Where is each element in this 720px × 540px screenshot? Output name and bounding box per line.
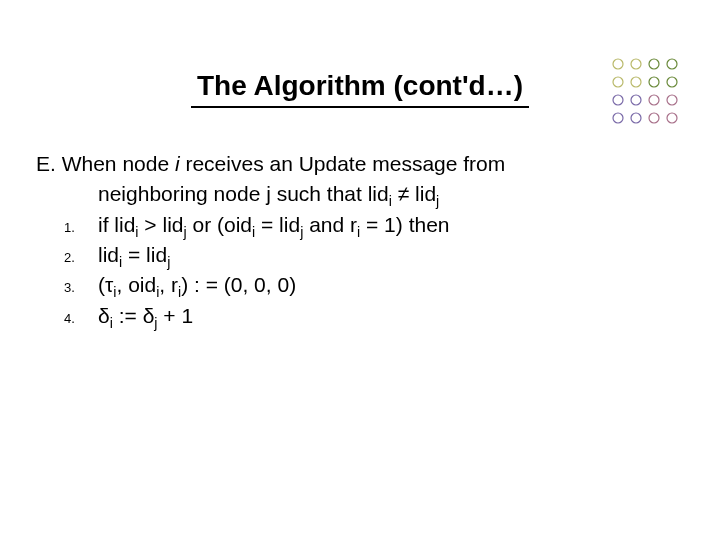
step-body: lidi = lidj xyxy=(98,241,676,269)
sub-j: j xyxy=(436,194,439,210)
svg-point-2 xyxy=(649,59,659,69)
svg-point-12 xyxy=(613,113,623,123)
intro-line-2: neighboring node j such that lidi ≠ lidj xyxy=(36,180,676,208)
intro-text-1a: When node xyxy=(62,152,175,175)
svg-point-1 xyxy=(631,59,641,69)
step-1: 1. if lidi > lidj or (oidi = lidj and ri… xyxy=(36,211,676,239)
step-body: if lidi > lidj or (oidi = lidj and ri = … xyxy=(98,211,676,239)
t: ) : = (0, 0, 0) xyxy=(181,273,296,296)
svg-point-14 xyxy=(649,113,659,123)
title-container: The Algorithm (cont'd…) xyxy=(0,70,720,108)
slide: The Algorithm (cont'd…) E. When node i r… xyxy=(0,0,720,540)
intro-text-1b: receives an Update message from xyxy=(180,152,506,175)
svg-point-0 xyxy=(613,59,623,69)
svg-point-13 xyxy=(631,113,641,123)
step-3: 3. (τi, oidi, ri) : = (0, 0, 0) xyxy=(36,271,676,299)
intro-text-2a: neighboring node j such that lid xyxy=(98,182,389,205)
t: (τ xyxy=(98,273,113,296)
intro-text-2b: ≠ lid xyxy=(392,182,436,205)
t: or (oid xyxy=(187,213,252,236)
t: = lid xyxy=(122,243,167,266)
step-body: (τi, oidi, ri) : = (0, 0, 0) xyxy=(98,271,676,299)
section-label: E. xyxy=(36,152,56,175)
svg-point-3 xyxy=(667,59,677,69)
t: δ xyxy=(98,304,110,327)
t: > lid xyxy=(139,213,184,236)
step-number: 2. xyxy=(64,249,98,267)
intro-line-1: E. When node i receives an Update messag… xyxy=(36,150,676,178)
t: lid xyxy=(98,243,119,266)
t: if lid xyxy=(98,213,135,236)
step-number: 4. xyxy=(64,310,98,328)
content-area: E. When node i receives an Update messag… xyxy=(36,150,676,332)
step-2: 2. lidi = lidj xyxy=(36,241,676,269)
step-number: 3. xyxy=(64,279,98,297)
t: := δ xyxy=(113,304,154,327)
slide-title: The Algorithm (cont'd…) xyxy=(191,70,529,108)
step-number: 1. xyxy=(64,219,98,237)
t: = lid xyxy=(255,213,300,236)
svg-point-15 xyxy=(667,113,677,123)
t: , r xyxy=(159,273,178,296)
t: = 1) then xyxy=(360,213,449,236)
t: + 1 xyxy=(158,304,194,327)
step-body: δi := δj + 1 xyxy=(98,302,676,330)
sub-j: j xyxy=(167,254,170,270)
t: and r xyxy=(303,213,357,236)
step-4: 4. δi := δj + 1 xyxy=(36,302,676,330)
t: , oid xyxy=(116,273,156,296)
